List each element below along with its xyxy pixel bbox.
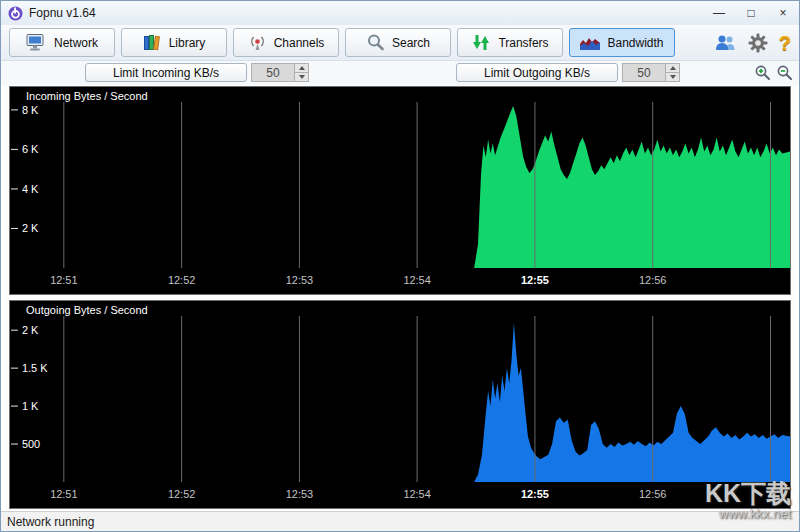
network-button-label: Network <box>54 36 98 50</box>
status-bar: Network running <box>1 511 799 531</box>
search-button[interactable]: Search <box>345 28 451 57</box>
transfers-icon <box>471 33 491 52</box>
incoming-spin-down-button[interactable] <box>295 73 308 81</box>
charts-area: Incoming Bytes / Second 8 K6 K4 K2 K12:5… <box>1 85 799 511</box>
fopnu-window: Fopnu v1.64 — □ × Network <box>0 0 800 532</box>
main-toolbar: Network Library Channels <box>1 25 799 61</box>
limit-incoming-button[interactable]: Limit Incoming KB/s <box>85 63 247 82</box>
svg-text:2 K: 2 K <box>22 222 39 234</box>
gear-icon[interactable] <box>747 32 769 54</box>
search-button-label: Search <box>392 36 430 50</box>
outgoing-limit-spinner <box>622 63 680 82</box>
network-button[interactable]: Network <box>9 28 115 57</box>
help-icon[interactable]: ? <box>779 33 791 53</box>
network-icon <box>26 33 47 52</box>
svg-text:12:56: 12:56 <box>639 274 666 286</box>
outgoing-limit-input[interactable] <box>623 64 665 81</box>
window-controls: — □ × <box>703 1 799 25</box>
svg-text:12:54: 12:54 <box>403 488 430 500</box>
limit-bar: Limit Incoming KB/s Limit Outgoing KB/s <box>1 61 799 85</box>
svg-text:12:55: 12:55 <box>521 274 549 286</box>
bandwidth-button[interactable]: Bandwidth <box>569 28 675 57</box>
svg-text:500: 500 <box>22 438 40 450</box>
maximize-button[interactable]: □ <box>735 1 767 25</box>
library-button-label: Library <box>169 36 206 50</box>
svg-text:8 K: 8 K <box>22 104 39 116</box>
incoming-chart-title: Incoming Bytes / Second <box>26 90 148 102</box>
titlebar: Fopnu v1.64 — □ × <box>1 1 799 25</box>
bandwidth-button-label: Bandwidth <box>607 36 663 50</box>
svg-text:12:52: 12:52 <box>168 274 195 286</box>
incoming-limit-input[interactable] <box>252 64 294 81</box>
channels-button[interactable]: Channels <box>233 28 339 57</box>
limit-outgoing-button[interactable]: Limit Outgoing KB/s <box>456 63 618 82</box>
incoming-limit-spinner <box>251 63 309 82</box>
up-arrow-icon <box>299 66 305 70</box>
svg-text:4 K: 4 K <box>22 183 39 195</box>
zoom-out-icon[interactable] <box>776 64 793 81</box>
zoom-in-icon[interactable] <box>754 64 771 81</box>
up-arrow-icon <box>670 66 676 70</box>
incoming-chart: Incoming Bytes / Second 8 K6 K4 K2 K12:5… <box>9 86 791 295</box>
svg-text:12:51: 12:51 <box>50 274 77 286</box>
outgoing-spin-down-button[interactable] <box>666 73 679 81</box>
outgoing-chart: Outgoing Bytes / Second 2 K1.5 K1 K50012… <box>9 300 791 509</box>
users-icon[interactable] <box>713 33 737 53</box>
transfers-button-label: Transfers <box>498 36 548 50</box>
svg-text:12:54: 12:54 <box>403 274 430 286</box>
bandwidth-icon <box>580 35 600 51</box>
svg-text:12:51: 12:51 <box>50 488 77 500</box>
channels-icon <box>248 33 267 52</box>
svg-text:12:53: 12:53 <box>286 274 313 286</box>
svg-text:2 K: 2 K <box>22 324 39 336</box>
outgoing-spin-up-button[interactable] <box>666 64 679 73</box>
incoming-chart-plot: 8 K6 K4 K2 K12:5112:5212:5312:5412:5512:… <box>10 87 790 294</box>
search-icon <box>366 33 385 52</box>
svg-text:12:53: 12:53 <box>286 488 313 500</box>
svg-text:12:56: 12:56 <box>639 488 666 500</box>
transfers-button[interactable]: Transfers <box>457 28 563 57</box>
status-text: Network running <box>7 515 94 529</box>
minimize-button[interactable]: — <box>703 1 735 25</box>
incoming-spin-up-button[interactable] <box>295 64 308 73</box>
outgoing-chart-plot: 2 K1.5 K1 K50012:5112:5212:5312:5412:551… <box>10 301 790 508</box>
channels-button-label: Channels <box>274 36 325 50</box>
app-icon <box>8 6 23 21</box>
toolbar-right: ? <box>713 32 791 54</box>
svg-text:12:52: 12:52 <box>168 488 195 500</box>
outgoing-spinner-arrows <box>665 64 679 81</box>
window-title: Fopnu v1.64 <box>29 6 96 20</box>
svg-text:12:55: 12:55 <box>521 488 549 500</box>
outgoing-chart-title: Outgoing Bytes / Second <box>26 304 148 316</box>
down-arrow-icon <box>670 75 676 79</box>
zoom-controls <box>754 64 793 81</box>
down-arrow-icon <box>299 75 305 79</box>
svg-text:1.5 K: 1.5 K <box>22 362 48 374</box>
svg-text:6 K: 6 K <box>22 143 39 155</box>
library-icon <box>143 33 162 52</box>
library-button[interactable]: Library <box>121 28 227 57</box>
svg-text:1 K: 1 K <box>22 400 39 412</box>
close-button[interactable]: × <box>767 1 799 25</box>
incoming-spinner-arrows <box>294 64 308 81</box>
